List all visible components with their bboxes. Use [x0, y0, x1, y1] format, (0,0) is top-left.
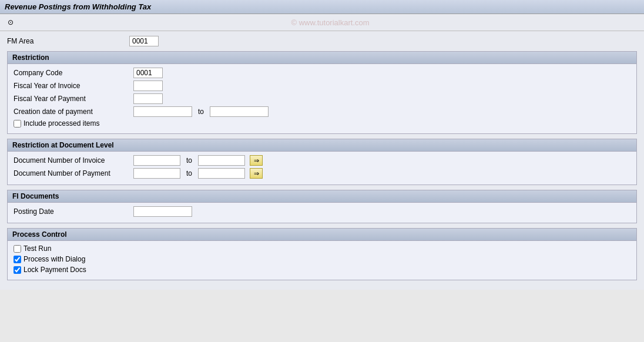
lock-payment-docs-label: Lock Payment Docs — [24, 266, 86, 274]
restriction-section: Restriction Company Code Fiscal Year of … — [7, 51, 637, 134]
restriction-document-section: Restriction at Document Level Document N… — [7, 139, 637, 185]
test-run-checkbox[interactable] — [14, 245, 21, 253]
fiscal-year-invoice-input[interactable] — [133, 81, 163, 91]
creation-date-to-input[interactable] — [210, 106, 269, 117]
fm-area-input[interactable] — [129, 36, 159, 46]
include-processed-label: Include processed items — [24, 119, 99, 128]
fi-documents-section: FI Documents Posting Date — [7, 190, 637, 223]
doc-number-payment-label: Document Number of Payment — [14, 169, 131, 177]
process-with-dialog-label: Process with Dialog — [24, 255, 85, 263]
to-label-1: to — [198, 108, 204, 116]
toolbar: ⊙ © www.tutorialkart.com — [0, 14, 644, 31]
company-code-label: Company Code — [14, 69, 131, 77]
process-control-header: Process Control — [8, 229, 636, 241]
fi-documents-header: FI Documents — [8, 190, 636, 203]
fm-area-label: FM Area — [7, 37, 125, 45]
toolbar-icon[interactable]: ⊙ — [5, 16, 16, 28]
test-run-label: Test Run — [24, 244, 51, 253]
creation-date-from-input[interactable] — [133, 106, 192, 117]
doc-invoice-arrow-button[interactable]: ⇒ — [250, 155, 263, 166]
page-title: Revenue Postings from Withholding Tax — [5, 2, 151, 11]
posting-date-input[interactable] — [133, 206, 192, 217]
creation-date-label: Creation date of payment — [14, 108, 131, 116]
to-label-3: to — [186, 169, 192, 177]
company-code-input[interactable] — [133, 68, 163, 78]
doc-number-invoice-from-input[interactable] — [133, 155, 180, 166]
include-processed-checkbox[interactable] — [14, 120, 21, 128]
fiscal-year-invoice-label: Fiscal Year of Invoice — [14, 82, 131, 90]
fiscal-year-payment-input[interactable] — [133, 93, 163, 104]
doc-number-invoice-label: Document Number of Invoice — [14, 156, 131, 165]
doc-number-payment-from-input[interactable] — [133, 168, 180, 179]
to-label-2: to — [186, 156, 192, 165]
fiscal-year-payment-label: Fiscal Year of Payment — [14, 95, 131, 103]
watermark: © www.tutorialkart.com — [21, 18, 639, 27]
doc-number-invoice-to-input[interactable] — [198, 155, 245, 166]
process-with-dialog-checkbox[interactable] — [14, 256, 21, 263]
posting-date-label: Posting Date — [14, 207, 131, 216]
restriction-document-header: Restriction at Document Level — [8, 139, 636, 152]
doc-number-payment-to-input[interactable] — [198, 168, 245, 179]
doc-payment-arrow-button[interactable]: ⇒ — [250, 168, 263, 179]
lock-payment-docs-checkbox[interactable] — [14, 266, 21, 274]
process-control-section: Process Control Test Run Process with Di… — [7, 228, 637, 280]
title-bar: Revenue Postings from Withholding Tax — [0, 0, 644, 14]
restriction-header: Restriction — [8, 52, 636, 64]
